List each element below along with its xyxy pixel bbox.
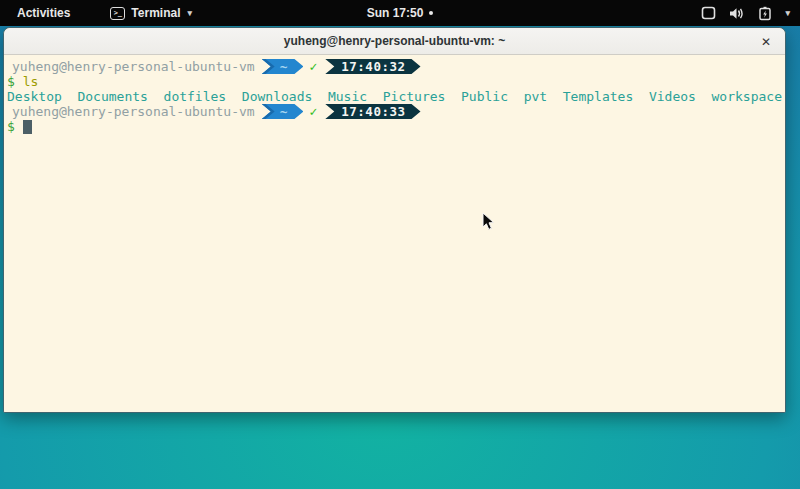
screen-icon	[701, 6, 716, 20]
time-segment: 17:40:33	[325, 104, 420, 119]
terminal-content[interactable]: yuheng@henry-personal-ubuntu-vm ~ ✓ 17:4…	[4, 56, 785, 412]
volume-icon	[729, 7, 745, 20]
input-line: $	[4, 119, 785, 134]
directory-item: pvt	[524, 89, 547, 104]
app-menu-terminal[interactable]: >_ Terminal ▾	[110, 6, 192, 20]
prompt-symbol: $	[7, 74, 15, 89]
prompt-line: yuheng@henry-personal-ubuntu-vm ~ ✓ 17:4…	[4, 59, 785, 74]
directory-item: Downloads	[242, 89, 312, 104]
prompt-user-host: yuheng@henry-personal-ubuntu-vm	[12, 104, 255, 119]
system-status-menu[interactable]: ▾	[701, 6, 790, 21]
status-check-icon: ✓	[309, 104, 317, 119]
terminal-icon: >_	[110, 7, 125, 20]
directory-item: Documents	[77, 89, 147, 104]
close-button[interactable]: ✕	[755, 28, 777, 55]
clock-label: Sun 17:50	[367, 6, 424, 20]
directory-item: dotfiles	[164, 89, 227, 104]
battery-charging-icon	[758, 6, 772, 21]
status-check-icon: ✓	[309, 59, 317, 74]
command-line: $ ls	[4, 74, 785, 89]
chevron-down-icon: ▾	[785, 8, 790, 18]
gnome-top-bar: Activities >_ Terminal ▾ Sun 17:50	[0, 0, 800, 26]
directory-item: Videos	[649, 89, 696, 104]
activities-button[interactable]: Activities	[13, 4, 74, 22]
cwd-segment: ~	[262, 104, 304, 119]
directory-item: Templates	[563, 89, 633, 104]
directory-item: Pictures	[383, 89, 446, 104]
directory-item: Desktop	[7, 89, 62, 104]
directory-item: Music	[328, 89, 367, 104]
prompt-line: yuheng@henry-personal-ubuntu-vm ~ ✓ 17:4…	[4, 104, 785, 119]
chevron-down-icon: ▾	[187, 8, 192, 18]
terminal-cursor	[23, 120, 32, 134]
cwd-segment: ~	[262, 59, 304, 74]
window-titlebar[interactable]: yuheng@henry-personal-ubuntu-vm: ~ ✕	[4, 28, 785, 55]
window-title: yuheng@henry-personal-ubuntu-vm: ~	[284, 34, 505, 48]
command-text: ls	[23, 74, 39, 89]
time-segment: 17:40:32	[325, 59, 420, 74]
notification-dot	[429, 11, 433, 15]
desktop: Activities >_ Terminal ▾ Sun 17:50	[0, 0, 800, 489]
app-menu-label: Terminal	[131, 6, 180, 20]
directory-item: workspace	[712, 89, 782, 104]
directory-item: Public	[461, 89, 508, 104]
prompt-symbol: $	[7, 119, 15, 134]
terminal-window: yuheng@henry-personal-ubuntu-vm: ~ ✕ yuh…	[3, 27, 786, 413]
prompt-user-host: yuheng@henry-personal-ubuntu-vm	[12, 59, 255, 74]
listing-line: Desktop Documents dotfiles Downloads Mus…	[4, 89, 785, 104]
